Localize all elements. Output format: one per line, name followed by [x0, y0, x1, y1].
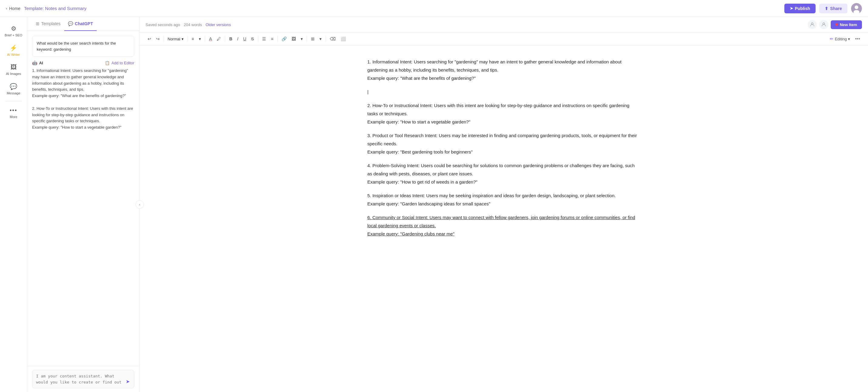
sidebar-item-ai-writer[interactable]: ⚡ AI Writer — [1, 41, 26, 59]
paragraph-4: 4. Problem-Solving Intent: Users could b… — [367, 161, 640, 186]
sidebar-item-more[interactable]: ••• More — [1, 104, 26, 122]
sidebar-item-ai-images[interactable]: 🖼 AI Images — [1, 61, 26, 79]
paragraph-6: 6. Community or Social Intent: Users may… — [367, 213, 640, 238]
sidebar-item-message[interactable]: 💬 Message — [1, 80, 26, 98]
ai-label: 🤖 AI — [32, 60, 43, 65]
tab-chatgpt[interactable]: 💬 ChatGPT — [64, 17, 97, 31]
clear-format-button[interactable]: ⌫ — [328, 35, 338, 43]
image-icon: 🖼 — [10, 64, 17, 71]
chevron-left-icon: ‹ — [6, 6, 7, 10]
toolbar-divider-2 — [187, 36, 188, 42]
paragraph-5: 5. Inspiration or Ideas Intent: Users ma… — [367, 192, 640, 208]
share-button[interactable]: ⬆ Share — [819, 4, 847, 13]
image-dropdown[interactable]: ▾ — [299, 35, 305, 43]
toolbar-more-options[interactable]: ••• — [853, 35, 862, 43]
chevron-down-icon: ▾ — [848, 37, 850, 41]
more-icon: ••• — [10, 107, 17, 114]
lightning-icon: ⚡ — [10, 44, 17, 52]
publish-button[interactable]: ➤ Publish — [784, 4, 816, 13]
style-dropdown[interactable]: Normal ▾ — [166, 35, 185, 43]
editor-actions: New Item — [808, 20, 862, 29]
paragraph-2: 2. How-To or Instructional Intent: Users… — [367, 101, 640, 126]
tab-templates[interactable]: ⊞ Templates — [32, 17, 64, 31]
undo-button[interactable]: ↩ — [146, 35, 153, 43]
panel: ⊞ Templates 💬 ChatGPT ‹ What would be th… — [27, 17, 140, 392]
align-dropdown[interactable]: ▾ — [197, 35, 203, 43]
chat-input-area: ➤ — [27, 366, 139, 392]
toolbar-divider-3 — [205, 36, 205, 42]
panel-tabs: ⊞ Templates 💬 ChatGPT — [27, 17, 139, 31]
chat-send-button[interactable]: ➤ — [125, 378, 130, 385]
gear-icon: ⚙ — [11, 25, 17, 32]
toolbar-divider-1 — [164, 36, 164, 42]
panel-content: What would be the user search intents fo… — [27, 31, 139, 366]
redo-button[interactable]: ↪ — [154, 35, 162, 43]
bold-button[interactable]: B — [227, 35, 234, 43]
new-item-dot — [836, 23, 838, 26]
avatar[interactable] — [851, 3, 862, 14]
toolbar-divider-4 — [225, 36, 225, 42]
highlight-button[interactable]: 🖊 — [215, 35, 223, 43]
svg-point-0 — [811, 23, 813, 25]
panel-collapse-button[interactable]: ‹ — [135, 200, 144, 209]
editor-toolbar: ↩ ↪ Normal ▾ ≡ ▾ A 🖊 B I U S ☰ ≡ 🔗 🖼 ▾ — [140, 32, 868, 46]
chat-icon: 💬 — [68, 21, 73, 26]
pencil-icon: ✏ — [830, 36, 833, 41]
add-to-editor-button[interactable]: 📋 Add to Editor — [105, 61, 134, 65]
text-color-button[interactable]: A — [207, 35, 214, 43]
chevron-left-icon: ‹ — [139, 202, 140, 206]
more-toolbar-button[interactable]: ⬜ — [339, 35, 348, 43]
word-count: 204 words — [184, 23, 202, 27]
home-label: Home — [9, 6, 20, 11]
toolbar-divider-5 — [258, 36, 258, 42]
editor-content: 1. Informational Intent: Users searching… — [367, 58, 640, 238]
ai-response: 🤖 AI 📋 Add to Editor 1. Informational In… — [32, 60, 134, 131]
bullet-list-button[interactable]: ☰ — [260, 35, 268, 43]
chat-input[interactable] — [36, 373, 123, 385]
saved-status: Saved seconds ago — [146, 23, 180, 27]
editor-body[interactable]: 1. Informational Intent: Users searching… — [140, 46, 868, 392]
sidebar-item-brief-seo[interactable]: ⚙ Brief + SEO — [1, 22, 26, 40]
main-layout: ⚙ Brief + SEO ⚡ AI Writer 🖼 AI Images 💬 … — [0, 17, 868, 392]
toolbar-divider-7 — [307, 36, 307, 42]
share-icon: ⬆ — [825, 6, 828, 11]
chevron-down-icon: ▾ — [182, 37, 184, 41]
ai-robot-icon: 🤖 — [32, 60, 37, 65]
toolbar-divider-8 — [326, 36, 326, 42]
italic-button[interactable]: I — [235, 35, 241, 43]
editor-meta: Saved seconds ago 204 words Older versio… — [146, 23, 231, 27]
link-button[interactable]: 🔗 — [279, 35, 289, 43]
top-nav-right: ➤ Publish ⬆ Share — [784, 3, 862, 14]
message-icon: 💬 — [10, 83, 17, 90]
table-button[interactable]: ⊞ — [309, 35, 317, 43]
home-link[interactable]: ‹ Home — [6, 6, 20, 11]
example-query-6-link: Example query: "Gardening clubs near me" — [367, 231, 454, 236]
top-nav: ‹ Home Template: Notes and Summary ➤ Pub… — [0, 0, 868, 17]
ai-response-header: 🤖 AI 📋 Add to Editor — [32, 60, 134, 65]
ai-response-text: 1. Informational Intent: Users searching… — [32, 68, 134, 131]
paragraph-3: 3. Product or Tool Research Intent: User… — [367, 131, 640, 156]
send-icon: ➤ — [126, 379, 130, 384]
cursor-line: | — [367, 88, 640, 96]
chat-input-box: ➤ — [32, 370, 134, 388]
collaborator-icon-1[interactable] — [808, 20, 817, 29]
strikethrough-button[interactable]: S — [249, 35, 256, 43]
left-sidebar: ⚙ Brief + SEO ⚡ AI Writer 🖼 AI Images 💬 … — [0, 17, 27, 392]
new-item-button[interactable]: New Item — [831, 20, 862, 29]
collaborator-icon-2[interactable] — [819, 20, 828, 29]
ordered-list-button[interactable]: ≡ — [269, 35, 276, 43]
align-button[interactable]: ≡ — [189, 35, 196, 43]
add-to-editor-icon: 📋 — [105, 61, 110, 65]
underline-button[interactable]: U — [241, 35, 248, 43]
community-intent-link: 6. Community or Social Intent: Users may… — [367, 215, 635, 228]
editor-area: Saved seconds ago 204 words Older versio… — [140, 17, 868, 392]
send-icon: ➤ — [790, 6, 793, 10]
top-nav-left: ‹ Home Template: Notes and Summary — [6, 6, 86, 11]
older-versions-link[interactable]: Older versions — [206, 23, 231, 27]
image-button[interactable]: 🖼 — [289, 35, 298, 43]
grid-icon: ⊞ — [36, 21, 39, 26]
paragraph-1: 1. Informational Intent: Users searching… — [367, 58, 640, 82]
editing-dropdown[interactable]: ✏ Editing ▾ — [827, 35, 852, 43]
table-dropdown[interactable]: ▾ — [317, 35, 324, 43]
prompt-box: What would be the user search intents fo… — [32, 36, 134, 57]
